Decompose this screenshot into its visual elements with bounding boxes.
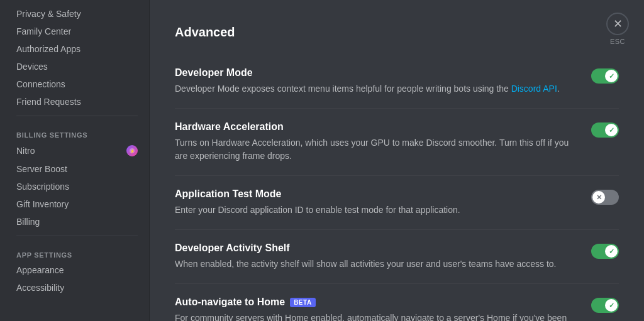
setting-info-application-test-mode: Application Test Mode Enter your Discord… [175, 188, 591, 217]
page-title: Advanced [175, 25, 619, 40]
svg-text:⚡: ⚡ [130, 148, 135, 154]
toggle-knob: ✕ [592, 191, 605, 204]
sidebar-item-friend-requests[interactable]: Friend Requests [10, 93, 144, 111]
beta-badge: BETA [290, 298, 315, 307]
sidebar-item-label: Billing [16, 217, 40, 227]
sidebar-item-server-boost[interactable]: Server Boost [10, 160, 144, 178]
setting-label-application-test-mode: Application Test Mode [175, 188, 576, 200]
sidebar-item-label: Subscriptions [16, 182, 69, 192]
toggle-knob: ✓ [605, 299, 618, 312]
sidebar-item-family-center[interactable]: Family Center [10, 23, 144, 40]
sidebar-divider-1 [16, 116, 138, 116]
sidebar-item-gift-inventory[interactable]: Gift Inventory [10, 195, 144, 213]
sidebar-item-authorized-apps[interactable]: Authorized Apps [10, 40, 144, 58]
sidebar-item-label: Gift Inventory [16, 199, 69, 209]
setting-description-developer-mode: Developer Mode exposes context menu item… [175, 82, 576, 95]
setting-description-hardware-acceleration: Turns on Hardware Acceleration, which us… [175, 136, 576, 163]
sidebar-item-label: Devices [16, 62, 48, 72]
sidebar-item-label: Appearance [16, 265, 64, 275]
sidebar-item-label: Server Boost [16, 164, 67, 174]
setting-row-developer-activity-shelf: Developer Activity Shelf When enabled, t… [175, 230, 619, 284]
toggle-developer-activity-shelf[interactable]: ✓ [591, 244, 619, 259]
setting-row-hardware-acceleration: Hardware Acceleration Turns on Hardware … [175, 109, 619, 176]
toggle-knob: ✓ [605, 245, 618, 258]
toggle-switch-auto-navigate-home[interactable]: ✓ [591, 298, 619, 313]
close-label: ESC [610, 38, 625, 45]
sidebar-item-label: Family Center [16, 26, 71, 36]
toggle-switch-application-test-mode[interactable]: ✕ [591, 190, 619, 205]
setting-label-auto-navigate-home: Auto-navigate to Home BETA [175, 297, 576, 308]
sidebar-item-label: Nitro [16, 146, 35, 156]
sidebar-item-privacy-safety[interactable]: Privacy & Safety [10, 5, 144, 23]
toggle-hardware-acceleration[interactable]: ✓ [591, 122, 619, 138]
sidebar-item-accessibility[interactable]: Accessibility [10, 279, 144, 297]
setting-label-hardware-acceleration: Hardware Acceleration [175, 121, 576, 133]
setting-row-auto-navigate-home: Auto-navigate to Home BETA For community… [175, 284, 619, 321]
sidebar-item-billing[interactable]: Billing [10, 213, 144, 231]
sidebar-item-label: Accessibility [16, 283, 64, 293]
main-content: ✕ ESC Advanced Developer Mode Developer … [150, 0, 644, 321]
toggle-auto-navigate-home[interactable]: ✓ [591, 298, 619, 313]
setting-row-application-test-mode: Application Test Mode Enter your Discord… [175, 176, 619, 230]
sidebar-item-appearance[interactable]: Appearance [10, 261, 144, 279]
toggle-knob: ✓ [605, 70, 618, 82]
toggle-knob: ✓ [605, 124, 618, 136]
app-settings-header: APP SETTINGS [10, 241, 144, 261]
toggle-switch-hardware-acceleration[interactable]: ✓ [591, 122, 619, 138]
sidebar-item-label: Friend Requests [16, 97, 81, 107]
setting-info-auto-navigate-home: Auto-navigate to Home BETA For community… [175, 297, 591, 321]
toggle-switch-developer-mode[interactable]: ✓ [591, 68, 619, 84]
toggle-application-test-mode[interactable]: ✕ [591, 190, 619, 205]
sidebar: Privacy & Safety Family Center Authorize… [0, 0, 150, 321]
toggle-switch-developer-activity-shelf[interactable]: ✓ [591, 244, 619, 259]
nitro-badge: ⚡ [126, 145, 138, 156]
setting-row-developer-mode: Developer Mode Developer Mode exposes co… [175, 55, 619, 109]
sidebar-item-label: Authorized Apps [16, 44, 80, 54]
toggle-developer-mode[interactable]: ✓ [591, 68, 619, 84]
sidebar-item-label: Privacy & Safety [16, 9, 81, 19]
discord-api-link[interactable]: Discord API [511, 84, 557, 94]
setting-label-developer-activity-shelf: Developer Activity Shelf [175, 242, 576, 254]
billing-settings-header: BILLING SETTINGS [10, 121, 144, 141]
setting-info-hardware-acceleration: Hardware Acceleration Turns on Hardware … [175, 121, 591, 163]
sidebar-item-label: Connections [16, 79, 65, 89]
setting-label-developer-mode: Developer Mode [175, 67, 576, 79]
sidebar-item-devices[interactable]: Devices [10, 58, 144, 75]
sidebar-divider-2 [16, 236, 138, 236]
setting-description-auto-navigate-home: For community servers with Home enabled,… [175, 312, 576, 321]
setting-info-developer-mode: Developer Mode Developer Mode exposes co… [175, 67, 591, 95]
sidebar-item-nitro[interactable]: Nitro ⚡ [10, 141, 144, 160]
setting-description-developer-activity-shelf: When enabled, the activity shelf will sh… [175, 258, 576, 271]
close-button[interactable]: ✕ [606, 13, 629, 35]
setting-info-developer-activity-shelf: Developer Activity Shelf When enabled, t… [175, 242, 591, 271]
setting-description-application-test-mode: Enter your Discord application ID to ena… [175, 204, 576, 217]
sidebar-item-connections[interactable]: Connections [10, 75, 144, 93]
sidebar-item-subscriptions[interactable]: Subscriptions [10, 178, 144, 195]
